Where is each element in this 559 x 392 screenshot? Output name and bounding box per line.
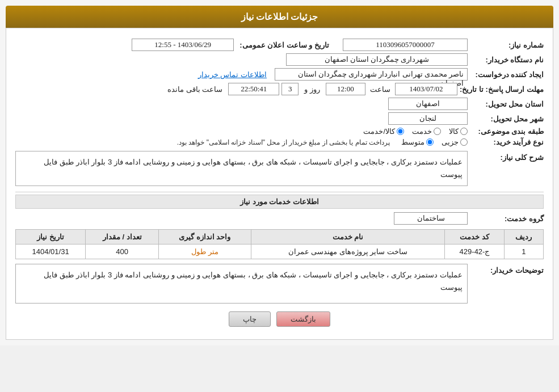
- cell-code: ج-42-429: [445, 245, 505, 259]
- need-number-value: 1103096057000007: [343, 39, 468, 51]
- city-row: شهر محل تحویل: لنجان: [15, 112, 544, 125]
- services-section-label: اطلاعات خدمات مورد نیاز: [15, 195, 544, 209]
- province-label: استان محل تحویل:: [470, 100, 544, 108]
- buyer-row: نام دستگاه خریدار: شهرداری چمگردان استان…: [15, 53, 544, 66]
- purchase-type-option-1: جزیی: [442, 138, 468, 146]
- category-label: طبقه بندی موضوعی:: [470, 127, 544, 136]
- deadline-days: 3: [281, 83, 299, 95]
- category-label-2: خدمت: [412, 127, 432, 136]
- buyer-value: شهرداری چمگردان استان اصفهان: [286, 53, 468, 66]
- deadline-day-label: روز و: [304, 85, 320, 94]
- description-section: شرح کلی نیاز: عملیات دستمزد برکاری ، جاب…: [15, 151, 544, 186]
- purchase-type-options: جزیی متوسط: [401, 138, 468, 146]
- buyer-notes-section: توضیحات خریدار: عملیات دستمزد برکاری ، ج…: [15, 264, 544, 304]
- table-row: 1 ج-42-429 ساخت سایر پروژه‌های مهندسی عم…: [16, 245, 544, 259]
- category-option-2: خدمت: [412, 127, 441, 136]
- deadline-row: مهلت ارسال پاسخ: تا تاریخ: 1403/07/02 سا…: [15, 83, 544, 95]
- category-row: طبقه بندی موضوعی: کالا خدمت کالا/خدمت: [15, 127, 544, 136]
- purchase-type-radio-1[interactable]: [460, 138, 468, 146]
- province-value: اصفهان: [388, 98, 468, 110]
- purchase-type-option-2: متوسط: [401, 138, 434, 146]
- deadline-remaining-label: ساعت باقی مانده: [167, 85, 222, 94]
- purchase-type-row: نوع فرآیند خرید: جزیی متوسط پرداخت تمام …: [15, 138, 544, 146]
- description-value: عملیات دستمزد برکاری ، جابجایی و اجرای ت…: [15, 151, 468, 186]
- cell-name: ساخت سایر پروژه‌های مهندسی عمران: [251, 245, 444, 259]
- cell-date: 1404/01/31: [16, 245, 86, 259]
- buyer-notes-label: توضیحات خریدار:: [470, 264, 544, 275]
- purchase-type-label-1: جزیی: [442, 138, 459, 146]
- cell-qty: 400: [86, 245, 159, 259]
- category-options: کالا خدمت کالا/خدمت: [363, 127, 468, 136]
- creator-label: ایجاد کننده درخواست:: [470, 70, 544, 79]
- creator-row: ایجاد کننده درخواست: ناصر محمدی تهرانی ا…: [15, 68, 544, 81]
- print-button[interactable]: چاپ: [229, 311, 271, 327]
- col-header-qty: تعداد / مقدار: [86, 230, 159, 245]
- category-label-3: کالا/خدمت: [363, 127, 395, 136]
- date-value: 1403/06/29 - 12:55: [132, 39, 234, 51]
- category-option-1: کالا: [449, 127, 468, 136]
- deadline-time: 12:00: [326, 83, 365, 95]
- category-option-3: کالا/خدمت: [363, 127, 404, 136]
- deadline-label: مهلت ارسال پاسخ: تا تاریخ:: [460, 85, 544, 94]
- service-group-row: گروه خدمت: ساختمان: [15, 212, 544, 225]
- service-group-label: گروه خدمت:: [470, 214, 544, 223]
- category-radio-3[interactable]: [397, 128, 404, 135]
- need-number-row: شماره نیاز: 1103096057000007 تاریخ و ساع…: [15, 39, 544, 51]
- purchase-type-label-2: متوسط: [401, 138, 424, 146]
- deadline-time-label: ساعت: [370, 85, 390, 94]
- divider-1: [15, 192, 544, 192]
- city-value: لنجان: [388, 112, 468, 125]
- province-row: استان محل تحویل: اصفهان: [15, 98, 544, 110]
- purchase-type-label: نوع فرآیند خرید:: [470, 138, 544, 146]
- col-header-date: تاریخ نیاز: [16, 230, 86, 245]
- page-title: جزئیات اطلاعات نیاز: [241, 12, 318, 22]
- deadline-date: 1403/07/02: [395, 83, 457, 95]
- category-radio-2[interactable]: [434, 128, 441, 135]
- col-header-code: کد خدمت: [445, 230, 505, 245]
- page-wrapper: جزئیات اطلاعات نیاز شماره نیاز: 11030960…: [0, 0, 559, 345]
- deadline-remaining: 22:50:41: [228, 83, 279, 95]
- back-button[interactable]: بازگشت: [276, 311, 330, 327]
- date-label: تاریخ و ساعت اعلان عمومی:: [239, 41, 329, 49]
- main-content: شماره نیاز: 1103096057000007 تاریخ و ساع…: [6, 28, 553, 340]
- description-label: شرح کلی نیاز:: [470, 151, 544, 162]
- contact-link[interactable]: اطلاعات تماس خریدار: [198, 70, 267, 79]
- category-label-1: کالا: [449, 127, 459, 136]
- services-table: ردیف کد خدمت نام خدمت واحد اندازه گیری ت…: [15, 229, 544, 259]
- col-header-unit: واحد اندازه گیری: [159, 230, 251, 245]
- creator-value: ناصر محمدی تهرانی انباردار شهرداری چمگرد…: [275, 68, 468, 81]
- buyer-notes-value: عملیات دستمزد برکاری ، جابجایی و اجرای ت…: [15, 264, 468, 304]
- cell-row-num: 1: [504, 245, 543, 259]
- cell-unit: متر طول: [159, 245, 251, 259]
- button-container: بازگشت چاپ: [15, 311, 544, 327]
- service-group-value: ساختمان: [394, 212, 468, 225]
- col-header-name: نام خدمت: [251, 230, 444, 245]
- purchase-note: پرداخت تمام یا بخشی از مبلغ خریدار از مح…: [177, 138, 390, 146]
- page-header: جزئیات اطلاعات نیاز: [6, 6, 553, 28]
- city-label: شهر محل تحویل:: [470, 115, 544, 123]
- col-header-row: ردیف: [504, 230, 543, 245]
- buyer-label: نام دستگاه خریدار:: [470, 56, 544, 64]
- category-radio-1[interactable]: [460, 128, 468, 135]
- need-number-label: شماره نیاز:: [470, 41, 544, 49]
- purchase-type-radio-2[interactable]: [426, 138, 434, 146]
